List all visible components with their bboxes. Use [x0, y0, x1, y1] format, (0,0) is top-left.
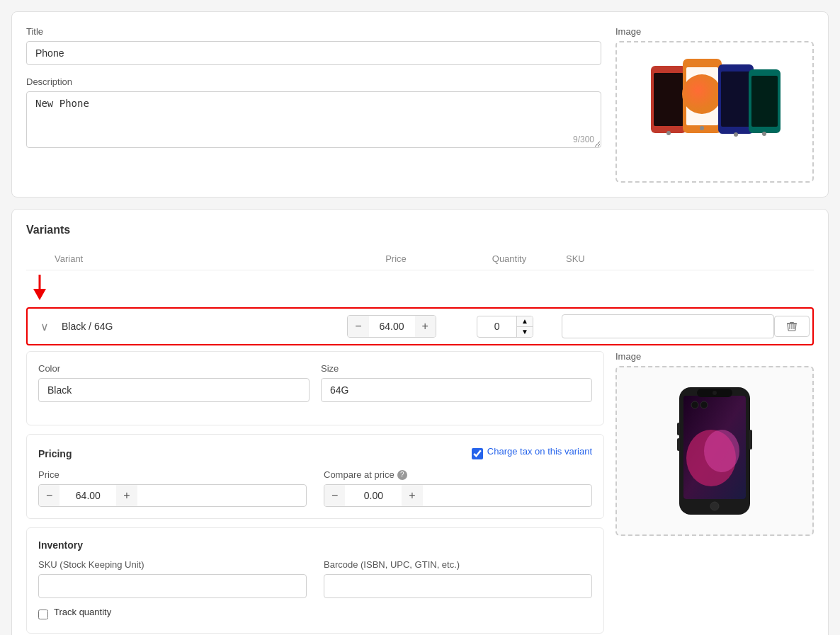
price-input-group: − + — [347, 315, 436, 338]
variant-row: ∨ Black / 64G − + ▲ ▼ — [26, 307, 814, 345]
compare-price-increase-button[interactable]: + — [402, 485, 422, 506]
svg-rect-26 — [749, 430, 752, 450]
svg-point-28 — [700, 401, 708, 408]
red-arrow-icon — [29, 273, 50, 302]
detail-price-group: − + — [38, 484, 307, 507]
svg-point-12 — [762, 132, 766, 136]
variants-card: Variants Variant Price Quantity SKU ∨ Bl… — [11, 209, 829, 635]
barcode-input[interactable] — [324, 574, 592, 598]
svg-rect-25 — [677, 438, 680, 451]
svg-rect-1 — [654, 73, 683, 126]
price-decrease-button[interactable]: − — [348, 316, 368, 337]
image-label: Image — [615, 26, 814, 37]
svg-point-9 — [734, 132, 738, 137]
size-input[interactable] — [321, 378, 592, 402]
detail-price-increase-button[interactable]: + — [116, 485, 137, 506]
pricing-section: Pricing Charge tax on this variant Price… — [26, 434, 604, 519]
charge-tax-label[interactable]: Charge tax on this variant — [487, 446, 592, 457]
size-label: Size — [321, 363, 592, 374]
variant-image-box[interactable] — [615, 366, 814, 536]
svg-marker-14 — [33, 289, 46, 300]
svg-rect-11 — [751, 76, 778, 127]
quantity-up-button[interactable]: ▲ — [516, 316, 533, 327]
color-label: Color — [38, 363, 310, 374]
sku-label: SKU (Stock Keeping Unit) — [38, 559, 307, 570]
header-price: Price — [339, 253, 453, 264]
sku-row-input[interactable] — [562, 314, 774, 338]
svg-point-22 — [713, 391, 717, 395]
description-input[interactable]: New Phone — [26, 91, 601, 148]
price-label: Price — [38, 469, 307, 480]
svg-point-27 — [691, 401, 698, 408]
svg-point-5 — [682, 74, 722, 114]
char-count: 9/300 — [573, 135, 594, 144]
inventory-title: Inventory — [38, 539, 592, 551]
variant-name: Black / 64G — [59, 321, 335, 332]
svg-rect-8 — [721, 71, 751, 127]
price-input[interactable] — [369, 316, 415, 336]
svg-point-2 — [666, 131, 671, 135]
title-label: Title — [26, 26, 601, 37]
description-label: Description — [26, 76, 601, 87]
sku-input[interactable] — [38, 574, 307, 598]
product-image-box[interactable] — [615, 41, 814, 183]
price-increase-button[interactable]: + — [415, 316, 436, 337]
trash-icon — [786, 321, 798, 332]
quantity-down-button[interactable]: ▼ — [516, 327, 533, 337]
compare-price-group: − + — [324, 484, 592, 507]
inventory-section: Inventory SKU (Stock Keeping Unit) Barco… — [26, 527, 604, 634]
variant-detail: Color Size Pricing — [26, 351, 814, 634]
compare-help-icon[interactable]: ? — [397, 470, 407, 480]
delete-variant-button[interactable] — [774, 316, 810, 337]
svg-point-20 — [704, 430, 739, 472]
compare-price-label: Compare at price ? — [324, 469, 592, 480]
detail-price-decrease-button[interactable]: − — [39, 485, 59, 506]
variants-title: Variants — [26, 224, 814, 236]
pricing-title: Pricing — [38, 448, 72, 459]
barcode-label: Barcode (ISBN, UPC, GTIN, etc.) — [324, 559, 592, 570]
svg-rect-24 — [677, 423, 680, 435]
quantity-input[interactable] — [477, 316, 516, 336]
header-quantity: Quantity — [453, 253, 566, 264]
variants-table-header: Variant Price Quantity SKU — [26, 248, 814, 270]
compare-price-input[interactable] — [345, 486, 402, 505]
variant-expand-button[interactable]: ∨ — [30, 319, 59, 335]
product-image — [644, 52, 785, 172]
variant-image-label: Image — [615, 351, 814, 362]
detail-price-input[interactable] — [59, 486, 116, 505]
svg-point-23 — [710, 502, 719, 510]
title-input[interactable] — [26, 41, 601, 65]
color-size-card: Color Size — [26, 351, 604, 425]
svg-rect-15 — [787, 324, 797, 325]
quantity-input-group: ▲ ▼ — [477, 316, 533, 338]
svg-point-6 — [700, 126, 704, 130]
variant-image — [658, 380, 771, 522]
track-quantity-checkbox[interactable] — [38, 610, 48, 619]
charge-tax-checkbox[interactable] — [472, 448, 483, 459]
color-input[interactable] — [38, 378, 310, 402]
compare-price-decrease-button[interactable]: − — [324, 485, 345, 506]
header-sku: SKU — [566, 253, 778, 264]
header-variant: Variant — [55, 253, 339, 264]
track-quantity-label[interactable]: Track quantity — [54, 607, 111, 617]
